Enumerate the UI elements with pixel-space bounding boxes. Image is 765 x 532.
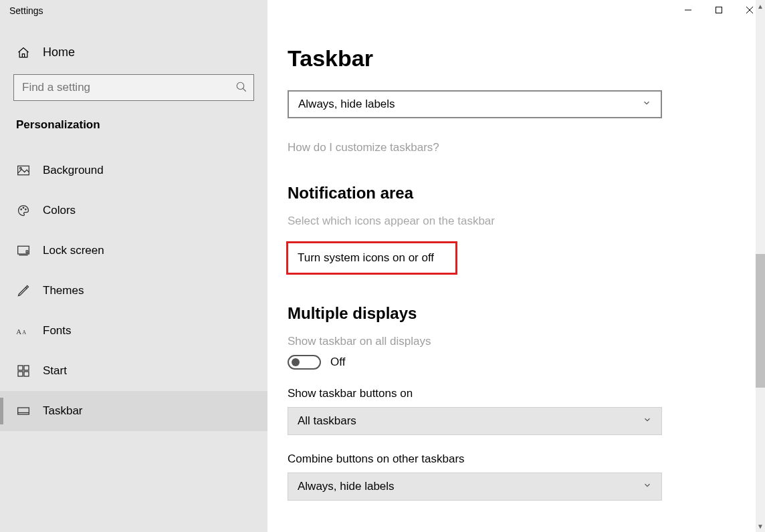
maximize-button[interactable] xyxy=(703,0,734,20)
fonts-icon: AA xyxy=(16,325,31,337)
link-select-icons[interactable]: Select which icons appear on the taskbar xyxy=(288,215,732,228)
title-bar: Settings xyxy=(0,0,765,25)
search-icon xyxy=(235,81,247,96)
home-label: Home xyxy=(43,45,75,59)
sidebar-item-label: Fonts xyxy=(43,324,72,338)
sidebar: Home Personalization Background xyxy=(0,0,267,532)
chevron-down-icon xyxy=(643,480,652,493)
dropdown-value: Always, hide labels xyxy=(298,98,395,111)
help-link[interactable]: How do I customize taskbars? xyxy=(288,141,732,154)
start-icon xyxy=(16,365,31,377)
section-multiple-displays: Multiple displays xyxy=(288,304,732,323)
scrollbar[interactable]: ▲ ▼ xyxy=(756,0,765,532)
combine-other-dropdown[interactable]: Always, hide labels xyxy=(288,473,662,501)
page-title: Taskbar xyxy=(288,45,732,72)
svg-rect-1 xyxy=(716,7,722,13)
close-button[interactable] xyxy=(734,0,765,20)
sidebar-item-label: Background xyxy=(43,164,104,177)
scroll-down-icon[interactable]: ▼ xyxy=(756,520,765,532)
show-taskbar-all-displays-toggle[interactable] xyxy=(288,355,321,370)
dropdown-value: Always, hide labels xyxy=(298,480,395,493)
lockscreen-icon xyxy=(16,245,31,257)
svg-rect-17 xyxy=(24,366,29,370)
minimize-button[interactable] xyxy=(673,0,703,20)
sidebar-item-background[interactable]: Background xyxy=(0,150,267,190)
category-heading: Personalization xyxy=(13,101,254,144)
chevron-down-icon xyxy=(643,414,652,428)
sidebar-item-label: Lock screen xyxy=(43,244,104,257)
combine-other-label: Combine buttons on other taskbars xyxy=(288,452,732,466)
section-notification: Notification area xyxy=(288,184,732,203)
link-system-icons[interactable]: Turn system icons on or off xyxy=(292,247,439,269)
show-buttons-on-label: Show taskbar buttons on xyxy=(288,387,732,400)
palette-icon xyxy=(16,204,31,217)
combine-buttons-dropdown[interactable]: Always, hide labels xyxy=(288,90,662,118)
sidebar-item-label: Taskbar xyxy=(43,404,83,418)
sidebar-item-label: Themes xyxy=(43,284,84,297)
svg-point-10 xyxy=(25,209,27,211)
show-buttons-on-dropdown[interactable]: All taskbars xyxy=(288,407,662,435)
sidebar-item-themes[interactable]: Themes xyxy=(0,271,267,311)
svg-line-5 xyxy=(243,88,246,92)
svg-rect-20 xyxy=(18,408,29,414)
picture-icon xyxy=(16,164,31,176)
themes-icon xyxy=(16,284,31,297)
nav-list: Background Colors Lock screen Themes xyxy=(0,144,267,431)
toggle-caption: Show taskbar on all displays xyxy=(288,335,732,348)
home-icon xyxy=(16,46,31,59)
sidebar-item-label: Start xyxy=(43,364,67,378)
svg-point-8 xyxy=(21,209,22,211)
toggle-state: Off xyxy=(330,356,345,369)
dropdown-value: All taskbars xyxy=(298,414,356,428)
svg-rect-12 xyxy=(26,251,27,253)
main-panel: Taskbar Always, hide labels How do I cus… xyxy=(267,0,765,532)
svg-text:A: A xyxy=(22,329,26,336)
sidebar-item-lockscreen[interactable]: Lock screen xyxy=(0,231,267,271)
sidebar-item-taskbar[interactable]: Taskbar xyxy=(0,391,267,431)
svg-rect-19 xyxy=(24,372,29,376)
svg-rect-16 xyxy=(18,366,23,370)
home-nav[interactable]: Home xyxy=(13,41,254,74)
sidebar-item-label: Colors xyxy=(43,204,76,217)
highlight-annotation: Turn system icons on or off xyxy=(286,241,457,275)
chevron-down-icon xyxy=(642,98,651,111)
window-title: Settings xyxy=(0,0,43,16)
svg-point-9 xyxy=(23,207,24,209)
svg-point-4 xyxy=(237,82,244,90)
taskbar-icon xyxy=(16,406,31,416)
svg-text:A: A xyxy=(16,327,21,336)
sidebar-item-start[interactable]: Start xyxy=(0,351,267,391)
sidebar-item-colors[interactable]: Colors xyxy=(0,190,267,231)
sidebar-item-fonts[interactable]: AA Fonts xyxy=(0,311,267,351)
scroll-thumb[interactable] xyxy=(756,254,765,388)
svg-point-7 xyxy=(20,167,21,169)
search-input[interactable] xyxy=(13,74,254,101)
svg-rect-18 xyxy=(18,372,23,376)
